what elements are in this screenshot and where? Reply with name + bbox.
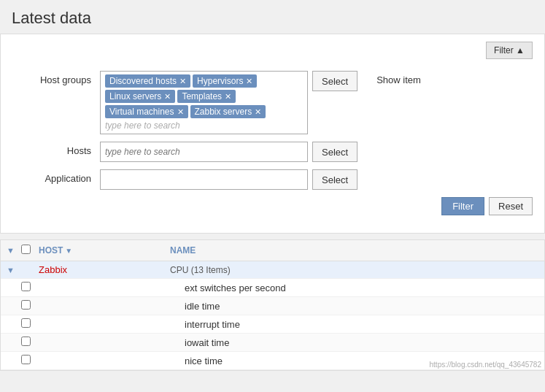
- tag-discovered-hosts: Discovered hosts ✕: [105, 74, 190, 88]
- table-header: ▼ HOST ▼ NAME: [1, 240, 544, 261]
- application-select-button[interactable]: Select: [312, 169, 357, 190]
- hosts-select-button[interactable]: Select: [312, 142, 357, 162]
- tag-virtual-machines: Virtual machines ✕: [105, 105, 188, 118]
- row-checkbox-cell-1: [21, 282, 53, 293]
- row-name-1: ext switches per second: [185, 283, 286, 293]
- row-name-5: nice time: [185, 356, 223, 366]
- group-expand-icon[interactable]: ▼: [7, 266, 21, 274]
- host-groups-search-placeholder: type here to search: [105, 120, 180, 131]
- row-checkbox-1[interactable]: [21, 282, 31, 291]
- hosts-row: Hosts Select: [12, 142, 533, 162]
- tag-hypervisors: Hypervisors ✕: [193, 74, 257, 88]
- select-all-checkbox-cell: [21, 245, 39, 256]
- tag-remove-zabbix-servers[interactable]: ✕: [255, 108, 261, 116]
- host-groups-row: Host groups Discovered hosts ✕ Hyperviso…: [12, 71, 533, 134]
- application-label: Application: [12, 169, 100, 184]
- col-header-host[interactable]: HOST ▼: [39, 245, 170, 255]
- group-host-name: Zabbix: [39, 264, 170, 275]
- group-cpu-label: CPU (13 Items): [170, 265, 231, 275]
- row-checkbox-cell-4: [21, 337, 53, 348]
- filter-button[interactable]: Filter: [441, 197, 484, 215]
- hosts-label: Hosts: [12, 142, 100, 156]
- tag-remove-templates[interactable]: ✕: [225, 93, 231, 101]
- host-sort-icon[interactable]: ▼: [65, 247, 72, 255]
- application-input[interactable]: [100, 169, 308, 190]
- row-name-4: iowait time: [185, 337, 229, 348]
- row-checkbox-5[interactable]: [21, 355, 31, 364]
- select-all-checkbox[interactable]: [21, 245, 31, 254]
- watermark: https://blog.csdn.net/qq_43645782: [430, 361, 541, 369]
- row-checkbox-cell-2: [21, 300, 53, 312]
- filter-section: Filter ▲ Host groups Discovered hosts ✕ …: [0, 34, 545, 234]
- table-row: iowait time: [1, 334, 544, 352]
- application-row: Application Select: [12, 169, 533, 190]
- tag-remove-discovered-hosts[interactable]: ✕: [179, 77, 186, 85]
- table-row: interrupt time: [1, 315, 544, 334]
- tag-templates: Templates ✕: [177, 90, 236, 103]
- tag-remove-hypervisors[interactable]: ✕: [246, 77, 252, 85]
- row-checkbox-3[interactable]: [21, 318, 31, 328]
- row-checkbox-cell-5: [21, 355, 53, 366]
- group-row-zabbix: ▼ Zabbix CPU (13 Items): [1, 261, 544, 279]
- row-checkbox-cell-3: [21, 318, 53, 330]
- col-header-name: NAME: [170, 245, 196, 255]
- tag-remove-virtual-machines[interactable]: ✕: [177, 108, 184, 116]
- filter-actions: Filter Reset: [12, 197, 533, 215]
- hosts-control: Select: [100, 142, 533, 162]
- host-groups-select-button[interactable]: Select: [312, 71, 357, 91]
- host-groups-control: Discovered hosts ✕ Hypervisors ✕ Linux s…: [100, 71, 533, 134]
- row-name-2: idle time: [185, 301, 220, 312]
- expand-all-icon[interactable]: ▼: [7, 246, 21, 255]
- row-checkbox-2[interactable]: [21, 300, 31, 310]
- row-checkbox-4[interactable]: [21, 337, 31, 346]
- page-title: Latest data: [0, 0, 545, 34]
- tag-remove-linux-servers[interactable]: ✕: [164, 93, 171, 101]
- table-section: ▼ HOST ▼ NAME ▼ Zabbix CPU (13 Items) SC…: [0, 239, 545, 371]
- application-control: Select: [100, 169, 533, 190]
- filter-toggle-button[interactable]: Filter ▲: [486, 42, 533, 59]
- host-groups-input[interactable]: Discovered hosts ✕ Hypervisors ✕ Linux s…: [100, 71, 308, 134]
- table-row: idle time: [1, 297, 544, 315]
- tag-linux-servers: Linux servers ✕: [105, 90, 175, 103]
- show-item-label: Show item: [376, 71, 421, 85]
- row-name-3: interrupt time: [185, 319, 240, 330]
- host-groups-label: Host groups: [12, 71, 100, 85]
- table-row: ext switches per second: [1, 279, 544, 297]
- tag-zabbix-servers: Zabbix servers ✕: [190, 105, 266, 118]
- reset-button[interactable]: Reset: [489, 197, 533, 215]
- data-rows-container: SCRIPTS dasd Detect operating system Pin…: [1, 279, 544, 370]
- filter-bar: Filter ▲: [12, 42, 533, 65]
- hosts-input[interactable]: [100, 142, 308, 162]
- filter-form: Host groups Discovered hosts ✕ Hyperviso…: [12, 65, 533, 221]
